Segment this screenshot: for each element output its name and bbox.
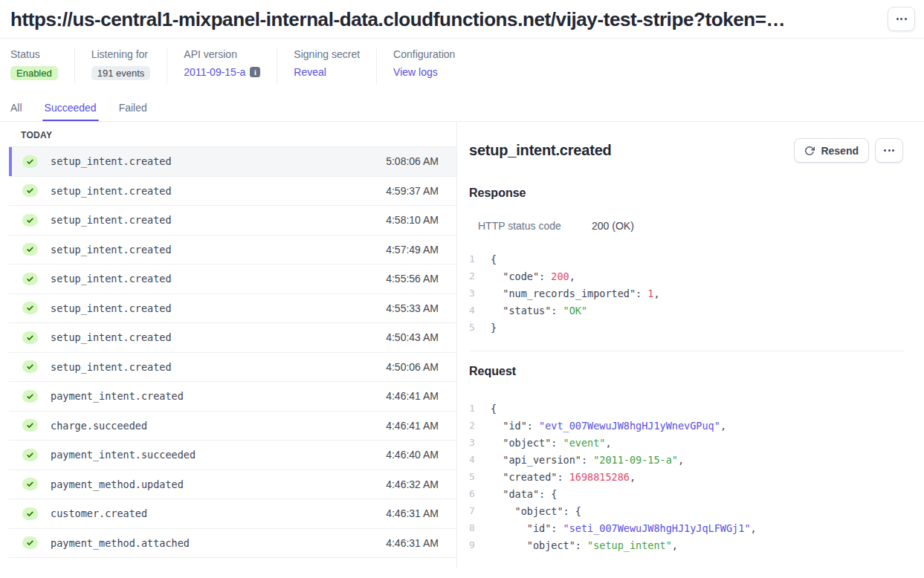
success-check-icon: [22, 273, 38, 285]
event-row[interactable]: setup_intent.created 4:55:33 AM: [9, 294, 456, 324]
api-version-column: API version 2011-09-15-a i: [167, 48, 277, 84]
info-icon: i: [250, 67, 260, 77]
event-name: setup_intent.created: [51, 302, 172, 314]
success-check-icon: [22, 184, 38, 197]
signing-secret-column: Signing secret Reveal: [277, 48, 376, 84]
section-divider: [469, 351, 903, 351]
event-row[interactable]: payment_method.attached 4:46:31 AM: [9, 529, 456, 559]
status-column: Status Enabled: [10, 48, 74, 84]
request-code-block: 1{2 "id": "evt_007WewuJW8hgHJ1yWnevGPuq"…: [469, 400, 903, 553]
event-time: 4:59:37 AM: [386, 185, 439, 197]
configuration-column: Configuration View logs: [376, 48, 471, 84]
status-badge: Enabled: [10, 66, 58, 80]
response-code-block: 1{2 "code": 200,3 "num_records_imported"…: [469, 250, 903, 336]
event-detail-title: setup_intent.created: [469, 142, 794, 159]
event-row[interactable]: setup_intent.created 4:55:56 AM: [9, 264, 456, 294]
api-version-link[interactable]: 2011-09-15-a: [184, 66, 245, 78]
success-check-icon: [22, 302, 38, 314]
tab-all[interactable]: All: [10, 102, 22, 121]
event-name: setup_intent.created: [51, 361, 172, 373]
signing-secret-label: Signing secret: [294, 48, 360, 60]
event-name: setup_intent.created: [51, 214, 172, 226]
event-row[interactable]: setup_intent.created 4:57:49 AM: [9, 236, 456, 265]
content-split: TODAY setup_intent.created 5:08:06 AM se…: [0, 121, 924, 568]
tab-succeeded[interactable]: Succeeded: [45, 102, 97, 121]
resend-button[interactable]: Resend: [794, 138, 869, 163]
event-row[interactable]: charge.succeeded 4:46:41 AM: [9, 412, 456, 441]
events-count-badge: 191 events: [91, 66, 151, 80]
response-heading: Response: [469, 186, 903, 200]
event-time: 5:08:06 AM: [386, 155, 439, 167]
event-name: payment_intent.succeeded: [51, 449, 196, 461]
event-name: setup_intent.created: [51, 185, 172, 197]
event-name: setup_intent.created: [51, 331, 172, 343]
event-overflow-button[interactable]: [875, 138, 903, 163]
date-group-label: TODAY: [9, 122, 456, 147]
event-time: 4:46:40 AM: [386, 449, 439, 461]
event-time: 4:57:49 AM: [386, 244, 439, 256]
status-label: Status: [10, 48, 58, 60]
success-check-icon: [22, 360, 38, 373]
endpoint-status-bar: Status Enabled Listening for 191 events …: [0, 48, 924, 84]
event-name: setup_intent.created: [51, 244, 172, 256]
event-name: setup_intent.created: [51, 273, 172, 285]
event-time: 4:46:31 AM: [386, 537, 439, 549]
event-rows: setup_intent.created 5:08:06 AM setup_in…: [9, 147, 456, 558]
event-time: 4:46:32 AM: [386, 478, 439, 490]
event-name: setup_intent.created: [51, 155, 172, 167]
event-name: payment_intent.created: [51, 390, 184, 402]
event-filter-tabs: All Succeeded Failed: [0, 102, 924, 121]
event-name: charge.succeeded: [51, 420, 147, 432]
event-time: 4:46:31 AM: [386, 507, 439, 519]
event-row[interactable]: setup_intent.created 4:50:06 AM: [9, 353, 456, 383]
page-overflow-button[interactable]: [888, 7, 915, 31]
success-check-icon: [22, 507, 38, 520]
event-row[interactable]: customer.created 4:46:31 AM: [9, 499, 456, 529]
success-check-icon: [22, 214, 38, 227]
event-time: 4:50:06 AM: [386, 361, 439, 373]
success-check-icon: [22, 478, 38, 490]
view-logs-link[interactable]: View logs: [393, 66, 438, 78]
event-row[interactable]: setup_intent.created 4:50:43 AM: [9, 323, 456, 353]
http-status-value: 200 (OK): [592, 220, 634, 232]
event-detail-panel: setup_intent.created Resend Response HTT…: [457, 122, 924, 568]
success-check-icon: [22, 243, 38, 256]
event-row[interactable]: payment_intent.created 4:46:41 AM: [9, 382, 456, 412]
event-row[interactable]: setup_intent.created 4:59:37 AM: [9, 177, 456, 207]
resend-icon: [804, 146, 815, 156]
overflow-icon: [896, 18, 899, 20]
page-title: https://us-central1-mixpanel-internal-da…: [10, 7, 888, 32]
event-name: customer.created: [51, 507, 147, 519]
success-check-icon: [22, 419, 38, 432]
listening-label: Listening for: [91, 48, 151, 60]
success-check-icon: [22, 155, 38, 168]
event-time: 4:50:43 AM: [386, 331, 439, 343]
event-list: TODAY setup_intent.created 5:08:06 AM se…: [0, 122, 457, 568]
success-check-icon: [22, 449, 38, 461]
overflow-icon: [884, 149, 886, 152]
success-check-icon: [22, 331, 38, 344]
event-row[interactable]: setup_intent.created 4:58:10 AM: [9, 206, 456, 236]
request-heading: Request: [469, 365, 903, 378]
event-name: payment_method.updated: [51, 478, 184, 490]
listening-column: Listening for 191 events: [74, 48, 167, 84]
event-row[interactable]: payment_intent.succeeded 4:46:40 AM: [9, 441, 456, 470]
reveal-secret-link[interactable]: Reveal: [294, 66, 326, 78]
event-time: 4:46:41 AM: [386, 390, 439, 402]
http-status-label: HTTP status code: [478, 220, 592, 232]
resend-button-label: Resend: [821, 145, 859, 157]
event-time: 4:55:33 AM: [386, 302, 439, 314]
event-row[interactable]: payment_method.updated 4:46:32 AM: [9, 470, 456, 500]
configuration-label: Configuration: [393, 48, 455, 60]
success-check-icon: [22, 390, 38, 403]
event-name: payment_method.attached: [51, 537, 190, 549]
api-version-label: API version: [184, 48, 260, 60]
success-check-icon: [22, 536, 38, 549]
event-time: 4:46:41 AM: [386, 420, 439, 432]
event-time: 4:58:10 AM: [386, 214, 439, 226]
event-time: 4:55:56 AM: [386, 273, 439, 285]
tab-failed[interactable]: Failed: [119, 102, 147, 121]
event-row[interactable]: setup_intent.created 5:08:06 AM: [9, 147, 456, 177]
endpoint-header: https://us-central1-mixpanel-internal-da…: [0, 0, 924, 39]
